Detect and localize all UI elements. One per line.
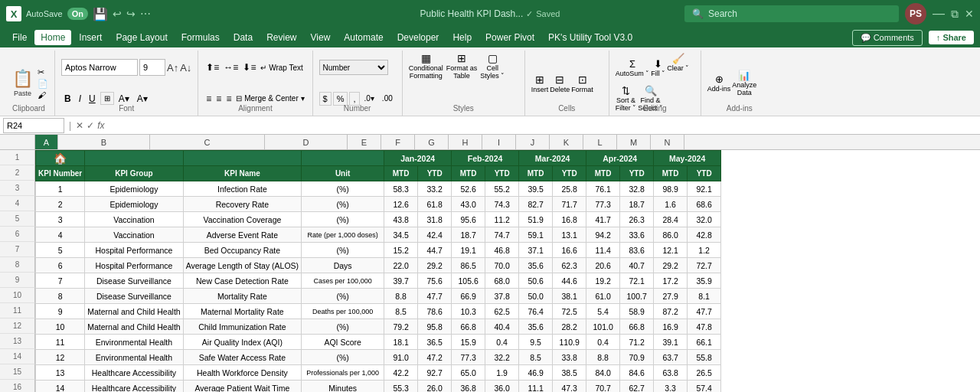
- fill-button[interactable]: ⬇Fill ˅: [651, 58, 665, 77]
- row-num-1[interactable]: 1: [0, 150, 35, 165]
- table-row-1[interactable]: 🏠 Jan-2024 Feb-2024 Mar-2024 Apr-2024 Ma…: [36, 151, 721, 166]
- menu-data[interactable]: Data: [227, 30, 259, 45]
- merge-center-button[interactable]: ⊟ Merge & Center ▾: [234, 93, 305, 104]
- clear-button[interactable]: 🧹Clear ˅: [667, 53, 689, 83]
- align-bottom-button[interactable]: ⬇≡: [241, 60, 257, 74]
- menu-developer[interactable]: Developer: [391, 30, 446, 45]
- row-num-11[interactable]: 11: [0, 303, 35, 318]
- apr-header[interactable]: Apr-2024: [586, 151, 654, 166]
- col-header-f[interactable]: F: [381, 135, 415, 149]
- copy-button[interactable]: 📄: [38, 79, 48, 89]
- col-header-a[interactable]: A: [35, 135, 58, 149]
- row-num-16[interactable]: 16: [0, 380, 35, 392]
- row-num-2[interactable]: 2: [0, 165, 35, 181]
- table-row[interactable]: 13Healthcare AccessibilityHealth Workfor…: [36, 365, 721, 381]
- menu-pk-utility[interactable]: PK's Utility Tool V3.0: [542, 30, 639, 45]
- table-row-2[interactable]: KPI Number KPI Group KPI Name Unit MTD Y…: [36, 166, 721, 181]
- row-num-10[interactable]: 10: [0, 288, 35, 303]
- row-num-14[interactable]: 14: [0, 349, 35, 364]
- border-button[interactable]: ⊞: [100, 92, 114, 105]
- cancel-formula-icon[interactable]: ✕: [76, 120, 83, 131]
- table-row[interactable]: 9Maternal and Child HealthMaternal Morta…: [36, 304, 721, 319]
- table-row[interactable]: 4VaccinationAdverse Event RateRate (per …: [36, 227, 721, 243]
- row-num-3[interactable]: 3: [0, 181, 35, 196]
- table-row[interactable]: 6Hospital PerformanceAverage Length of S…: [36, 258, 721, 273]
- number-format-select[interactable]: Number: [319, 60, 388, 75]
- col-header-m[interactable]: M: [617, 135, 651, 149]
- row-num-15[interactable]: 15: [0, 364, 35, 380]
- restore-button[interactable]: ⧉: [951, 8, 959, 21]
- col-header-c[interactable]: C: [150, 135, 265, 149]
- menu-insert[interactable]: Insert: [73, 30, 108, 45]
- table-row[interactable]: 11Environmental HealthAir Quality Index …: [36, 335, 721, 350]
- cell-c1[interactable]: [183, 151, 301, 166]
- format-table-button[interactable]: ⊞ Format as Table: [446, 52, 478, 80]
- may-header[interactable]: May-2024: [654, 151, 721, 166]
- search-box[interactable]: 🔍 Search: [684, 5, 899, 22]
- row-num-12[interactable]: 12: [0, 318, 35, 334]
- table-row[interactable]: 8Disease SurveillanceMortality Rate(%)8.…: [36, 289, 721, 304]
- col-header-j[interactable]: J: [516, 135, 550, 149]
- table-row[interactable]: 14Healthcare AccessibilityAverage Patien…: [36, 381, 721, 393]
- col-header-e[interactable]: E: [348, 135, 381, 149]
- col-header-n[interactable]: N: [651, 135, 684, 149]
- cut-button[interactable]: ✂: [38, 67, 48, 77]
- quick-access-more[interactable]: ⋯: [140, 8, 151, 20]
- wrap-text-button[interactable]: ↵ Wrap Text: [259, 62, 304, 74]
- menu-formulas[interactable]: Formulas: [175, 30, 226, 45]
- menu-file[interactable]: File: [6, 30, 33, 45]
- col-header-k[interactable]: K: [550, 135, 583, 149]
- insert-cells-button[interactable]: ⊞Insert: [531, 74, 549, 93]
- conditional-formatting-button[interactable]: ▦ Conditional Formatting: [409, 52, 443, 80]
- decimal-dec-button[interactable]: .00: [379, 93, 396, 104]
- row-num-7[interactable]: 7: [0, 242, 35, 257]
- table-row[interactable]: 2EpidemiologyRecovery Rate(%)12.661.843.…: [36, 197, 721, 212]
- confirm-formula-icon[interactable]: ✓: [87, 120, 94, 131]
- redo-button[interactable]: ↪: [126, 8, 136, 20]
- col-header-h[interactable]: H: [449, 135, 482, 149]
- autosave-toggle[interactable]: On: [67, 8, 88, 20]
- comments-button[interactable]: 💬 Comments: [852, 30, 923, 46]
- analyze-data-button[interactable]: 📊AnalyzeData: [732, 70, 756, 96]
- row-num-13[interactable]: 13: [0, 334, 35, 349]
- table-row[interactable]: 10Maternal and Child HealthChild Immuniz…: [36, 319, 721, 335]
- menu-view[interactable]: View: [305, 30, 337, 45]
- format-painter-button[interactable]: 🖌: [38, 90, 48, 100]
- font-increase-button[interactable]: A↑: [167, 62, 178, 74]
- font-name-input[interactable]: [61, 59, 138, 76]
- cell-styles-button[interactable]: ▢ Cell Styles ˅: [480, 52, 505, 80]
- share-button[interactable]: ↑ Share: [929, 31, 974, 44]
- format-cells-button[interactable]: ⊡Format: [571, 74, 593, 93]
- menu-review[interactable]: Review: [260, 30, 302, 45]
- table-row[interactable]: 3VaccinationVaccination Coverage(%)43.83…: [36, 212, 721, 227]
- table-row[interactable]: 7Disease SurveillanceNew Case Detection …: [36, 273, 721, 289]
- align-middle-button[interactable]: ↔≡: [222, 60, 240, 74]
- cell-d1[interactable]: [302, 151, 384, 166]
- col-header-i[interactable]: I: [482, 135, 516, 149]
- col-header-l[interactable]: L: [583, 135, 617, 149]
- row-num-8[interactable]: 8: [0, 257, 35, 273]
- delete-cells-button[interactable]: ⊟Delete: [550, 74, 570, 93]
- addins-button[interactable]: ⊕Add-ins: [707, 74, 731, 93]
- close-button[interactable]: ✕: [965, 8, 974, 20]
- font-decrease-button[interactable]: A↓: [180, 62, 191, 74]
- mar-header[interactable]: Mar-2024: [519, 151, 586, 166]
- menu-automate[interactable]: Automate: [338, 30, 389, 45]
- name-box[interactable]: [3, 118, 64, 133]
- menu-page-layout[interactable]: Page Layout: [109, 30, 173, 45]
- col-header-d[interactable]: D: [265, 135, 348, 149]
- table-row[interactable]: 1EpidemiologyInfection Rate(%)58.333.252…: [36, 181, 721, 197]
- row-num-5[interactable]: 5: [0, 211, 35, 227]
- formula-input[interactable]: [107, 121, 977, 130]
- autosum-button[interactable]: ΣAutoSum ˅: [616, 58, 650, 77]
- undo-button[interactable]: ↩: [113, 8, 122, 20]
- table-row[interactable]: 5Hospital PerformanceBed Occupancy Rate(…: [36, 243, 721, 258]
- row-num-9[interactable]: 9: [0, 273, 35, 288]
- menu-home[interactable]: Home: [34, 30, 71, 45]
- insert-function-icon[interactable]: fx: [97, 120, 104, 131]
- paste-button[interactable]: 📋Paste: [9, 60, 36, 106]
- minimize-button[interactable]: —: [933, 7, 945, 21]
- menu-help[interactable]: Help: [446, 30, 478, 45]
- cell-b1[interactable]: [85, 151, 183, 166]
- font-size-input[interactable]: [139, 59, 165, 76]
